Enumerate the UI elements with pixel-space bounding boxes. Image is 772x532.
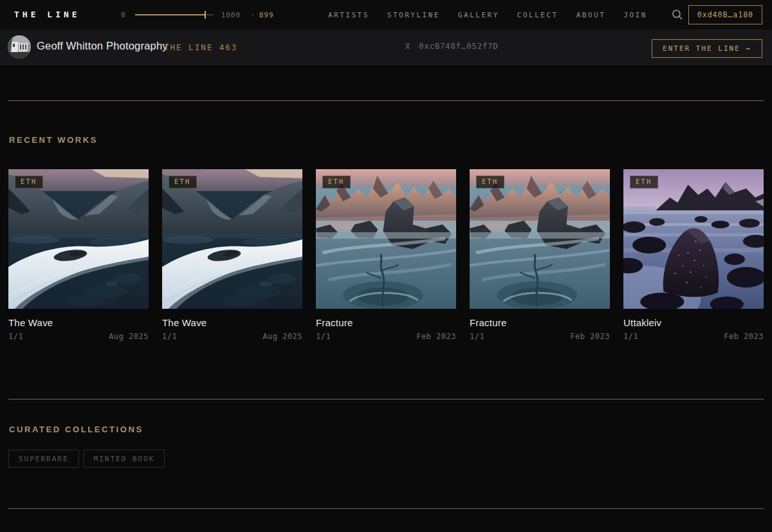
curated-collections-heading: CURATED COLLECTIONS [9, 425, 143, 434]
section-divider-top [8, 100, 764, 101]
chain-badge: ETH [15, 176, 43, 188]
main-nav: ARTISTS STORYLINE GALLERY COLLECT ABOUT … [328, 0, 647, 30]
artwork-card-fracture-2[interactable]: ETH Fracture 1/1 Feb 2023 [470, 169, 610, 341]
artwork-edition: 1/1 [162, 332, 177, 341]
artwork-title: The Wave [162, 317, 302, 328]
artist-line-number: THE LINE 463 [164, 42, 237, 52]
artist-separator-dot: · [152, 42, 155, 51]
nav-item-artists[interactable]: ARTISTS [328, 11, 369, 19]
chain-badge: ETH [630, 176, 658, 188]
artwork-edition: 1/1 [8, 332, 23, 341]
artwork-date: Feb 2023 [570, 332, 610, 341]
slider-value: 899 [259, 11, 274, 19]
artwork-edition: 1/1 [316, 332, 331, 341]
slider-dot: · [250, 11, 255, 19]
artwork-edition: 1/1 [623, 332, 638, 341]
artist-eth-address: 0xcB748f…052f7D [419, 42, 498, 51]
slider-handle[interactable] [205, 11, 206, 19]
slider-fill [135, 14, 205, 15]
artwork-date: Feb 2023 [416, 332, 456, 341]
artwork-image[interactable]: ETH [316, 169, 456, 309]
artwork-image[interactable]: ETH [470, 169, 610, 309]
artwork-date: Feb 2023 [724, 332, 764, 341]
artwork-title: The Wave [8, 317, 149, 328]
artwork-title: Fracture [316, 317, 456, 328]
artist-avatar[interactable] [8, 35, 31, 59]
nav-item-collect[interactable]: COLLECT [517, 11, 558, 19]
artist-header-bar: Geoff Whitton Photography · THE LINE 463… [0, 30, 772, 65]
curated-collections-buttons: SUPERRARE MINTED BOOK [8, 450, 165, 468]
nav-item-gallery[interactable]: GALLERY [458, 11, 499, 19]
artwork-date: Aug 2025 [109, 332, 149, 341]
section-divider-middle [8, 399, 764, 399]
recent-works-grid: ETH The Wave 1/1 Aug 2025 ETH The Wave 1… [8, 169, 764, 341]
chain-badge: ETH [476, 176, 504, 188]
chain-badge: ETH [169, 176, 197, 188]
section-divider-bottom [8, 508, 764, 509]
nav-item-about[interactable]: ABOUT [576, 11, 606, 19]
search-icon[interactable] [671, 8, 684, 21]
collection-button-superrare[interactable]: SUPERRARE [8, 450, 79, 468]
range-slider-group: 0 1000 ·899 [121, 0, 274, 30]
artwork-image[interactable]: ETH [162, 169, 302, 309]
nav-item-join[interactable]: JOIN [623, 11, 647, 19]
artwork-card-the-wave-1[interactable]: ETH The Wave 1/1 Aug 2025 [8, 169, 149, 341]
recent-works-heading: RECENT WORKS [9, 135, 98, 145]
artwork-card-the-wave-2[interactable]: ETH The Wave 1/1 Aug 2025 [162, 169, 302, 341]
slider-min-label: 0 [121, 11, 126, 19]
artwork-edition: 1/1 [470, 332, 484, 341]
artwork-card-fracture-1[interactable]: ETH Fracture 1/1 Feb 2023 [316, 169, 456, 341]
range-slider[interactable] [135, 14, 214, 15]
nav-item-storyline[interactable]: STORYLINE [387, 11, 440, 19]
artist-x-link[interactable]: X 0xcB748f…052f7D [405, 42, 499, 51]
wallet-address-button[interactable]: 0xd40B…a180 [688, 5, 762, 24]
enter-the-line-button[interactable]: ENTER THE LINE → [652, 39, 762, 58]
artwork-title: Fracture [470, 317, 610, 328]
top-navigation-bar: THE LINE 0 1000 ·899 ARTISTS STORYLINE G… [0, 0, 772, 30]
artwork-title: Uttakleiv [623, 317, 764, 328]
artwork-date: Aug 2025 [262, 332, 302, 341]
artwork-card-uttakleiv[interactable]: ETH Uttakleiv 1/1 Feb 2023 [623, 169, 764, 341]
collection-button-minted-book[interactable]: MINTED BOOK [84, 450, 165, 468]
artwork-image[interactable]: ETH [8, 169, 149, 309]
chain-badge: ETH [322, 176, 351, 188]
site-logo[interactable]: THE LINE [14, 10, 80, 19]
x-logo-icon: X [405, 42, 410, 51]
slider-current-value: ·899 [250, 11, 274, 19]
slider-max-label: 1000 [221, 11, 241, 19]
artist-name[interactable]: Geoff Whitton Photography [37, 40, 168, 52]
artwork-image[interactable]: ETH [623, 169, 764, 309]
